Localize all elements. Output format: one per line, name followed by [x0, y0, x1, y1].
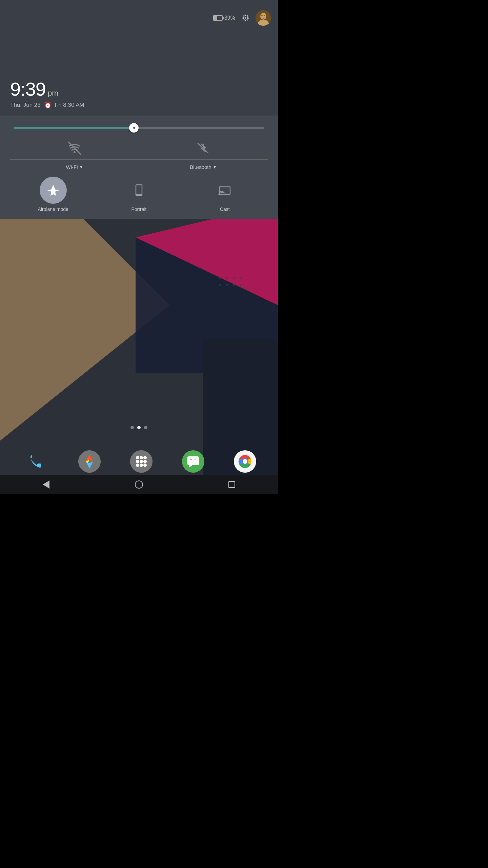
airplane-mode-label: Airplane mode: [38, 206, 68, 212]
apps-icon: [130, 450, 152, 473]
page-dot-3: [144, 426, 147, 429]
brightness-row: ✦: [10, 123, 268, 133]
wifi-icon-area[interactable]: [64, 140, 85, 157]
dock-chrome[interactable]: [234, 450, 256, 473]
status-bar: 39% ⚙: [0, 0, 278, 78]
actions-row: Airplane mode Portrait: [10, 175, 268, 212]
wifi-off-icon: [67, 141, 82, 156]
wifi-label-row[interactable]: Wi-Fi ▼: [66, 164, 83, 170]
svg-point-5: [219, 277, 221, 279]
portrait-action[interactable]: Portrait: [96, 177, 182, 212]
svg-point-25: [78, 450, 101, 473]
bluetooth-label-row[interactable]: Bluetooth ▼: [190, 164, 217, 170]
bluetooth-toggle[interactable]: Bluetooth ▼: [139, 140, 268, 170]
time-ampm: pm: [48, 89, 58, 98]
settings-button[interactable]: ⚙: [239, 12, 251, 24]
svg-point-10: [226, 284, 228, 286]
svg-text:": ": [194, 458, 196, 463]
brightness-track: ✦: [14, 127, 264, 129]
battery-icon: [213, 15, 223, 21]
navigation-bar: [0, 475, 278, 494]
svg-point-32: [143, 456, 147, 459]
recents-button[interactable]: [228, 481, 235, 488]
cast-action[interactable]: Cast: [182, 177, 268, 212]
phone-icon: [26, 453, 44, 470]
svg-point-16: [261, 15, 263, 16]
svg-point-36: [136, 463, 139, 467]
date-row: Thu, Jun 23 ⏰ Fri 8:30 AM: [10, 101, 268, 109]
wifi-label: Wi-Fi: [66, 164, 78, 170]
battery-percent: 39%: [224, 15, 235, 21]
cast-icon: [218, 183, 231, 197]
alarm-icon: ⏰: [44, 101, 52, 109]
airplane-mode-action[interactable]: Airplane mode: [10, 177, 96, 212]
toggles-row: Wi-Fi ▼ Bluetooth ▼: [10, 140, 268, 170]
gear-icon: ⚙: [242, 13, 249, 23]
dock-navigation[interactable]: [78, 450, 101, 473]
bluetooth-off-icon: [196, 141, 211, 156]
page-dot-2-active: [137, 426, 141, 429]
wifi-toggle[interactable]: Wi-Fi ▼: [10, 140, 139, 170]
battery-container: 39%: [213, 15, 235, 21]
dock-apps[interactable]: [130, 450, 152, 473]
portrait-circle[interactable]: [125, 177, 152, 204]
brightness-slider[interactable]: ✦: [14, 123, 264, 133]
svg-point-38: [143, 463, 147, 467]
page-indicators: [130, 426, 147, 429]
svg-point-7: [233, 277, 235, 279]
cast-label: Cast: [220, 206, 230, 212]
svg-point-31: [140, 456, 143, 459]
page-dot-1: [130, 426, 134, 429]
brightness-thumb[interactable]: ✦: [129, 123, 139, 133]
bluetooth-label: Bluetooth: [190, 164, 211, 170]
wifi-toggle-line: [10, 159, 139, 160]
svg-text:": ": [190, 458, 192, 463]
date-text: Thu, Jun 23: [10, 102, 41, 108]
battery-fill: [214, 16, 217, 20]
svg-point-18: [74, 151, 76, 153]
bluetooth-chevron-icon: ▼: [213, 165, 217, 170]
alarm-time: Fri 8:30 AM: [55, 102, 84, 108]
time-section: 9:39 pm Thu, Jun 23 ⏰ Fri 8:30 AM: [0, 78, 278, 116]
notification-panel: 39% ⚙: [0, 0, 278, 219]
svg-point-33: [136, 460, 139, 463]
dock-hangouts[interactable]: " ": [182, 450, 204, 473]
portrait-label: Portrait: [131, 206, 146, 212]
svg-point-14: [260, 13, 266, 20]
svg-rect-40: [187, 456, 199, 465]
svg-point-9: [219, 284, 221, 286]
cast-circle[interactable]: [211, 177, 238, 204]
time-value: 9:39: [10, 78, 46, 100]
time-display: 9:39 pm: [10, 78, 268, 100]
quick-settings-panel: ✦: [0, 116, 278, 219]
airplane-icon: [46, 183, 60, 197]
svg-point-8: [240, 277, 242, 279]
svg-point-12: [240, 284, 242, 286]
svg-point-30: [136, 456, 139, 459]
user-avatar[interactable]: [256, 10, 271, 26]
portrait-icon: [132, 183, 146, 197]
svg-point-35: [143, 460, 147, 463]
svg-point-37: [140, 463, 143, 467]
home-button[interactable]: [135, 480, 143, 489]
airplane-mode-circle[interactable]: [40, 177, 67, 204]
svg-point-17: [264, 15, 265, 16]
svg-point-24: [219, 194, 220, 195]
wifi-chevron-icon: ▼: [79, 165, 83, 170]
dock-phone[interactable]: [22, 448, 49, 475]
dock: " ": [0, 448, 278, 475]
bluetooth-icon-area[interactable]: [193, 140, 214, 157]
brightness-filled: [14, 127, 134, 129]
avatar-image: [256, 10, 271, 26]
svg-point-6: [226, 277, 228, 279]
brightness-sun-icon: ✦: [132, 125, 136, 131]
navigation-app-icon: [78, 450, 101, 473]
bluetooth-toggle-line: [139, 159, 268, 160]
hangouts-icon: " ": [182, 450, 204, 473]
svg-point-46: [243, 459, 247, 464]
svg-point-11: [233, 284, 235, 286]
back-button[interactable]: [43, 480, 49, 489]
chrome-icon: [234, 450, 256, 473]
svg-point-34: [140, 460, 143, 463]
status-bar-right: 39% ⚙: [213, 10, 271, 26]
